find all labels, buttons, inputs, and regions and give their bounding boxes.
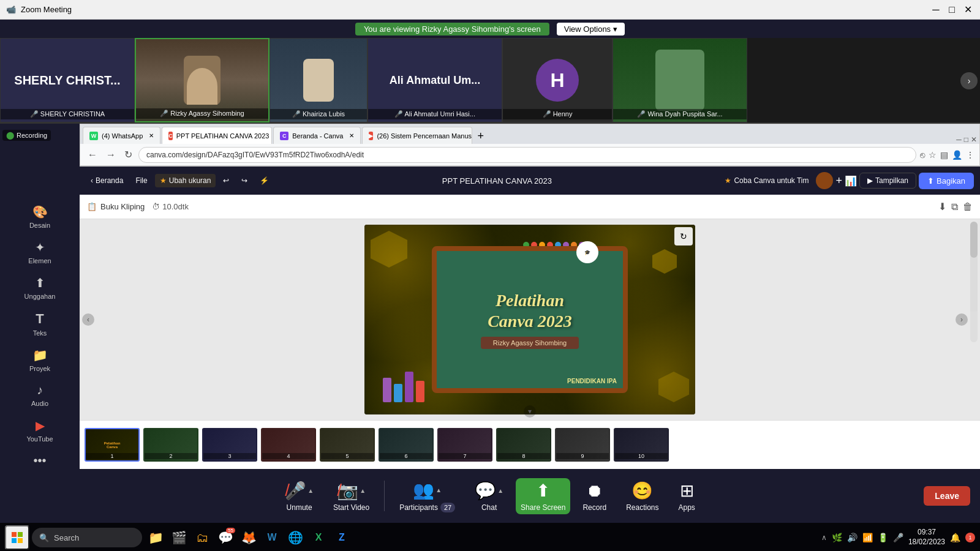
- view-options-button[interactable]: View Options ▾: [557, 23, 625, 36]
- redo-button[interactable]: ↪: [236, 174, 252, 187]
- taskbar-chrome[interactable]: 🌐: [284, 527, 306, 549]
- tab-sistem-pencernaan[interactable]: ▶ (26) Sistem Pencernaan Manusia... ✕: [362, 127, 472, 144]
- sidebar-item-more[interactable]: •••: [0, 449, 80, 469]
- participant-tile-wina[interactable]: 🎤 Wina Dyah Puspita Sar...: [612, 38, 747, 122]
- video-caret[interactable]: ▲: [360, 487, 366, 494]
- slide-thumb-9[interactable]: 9: [555, 428, 610, 462]
- unmute-caret[interactable]: ▲: [307, 487, 314, 494]
- tab-whatsapp[interactable]: W (4) WhatsApp ✕: [83, 127, 160, 144]
- taskbar-whatsapp[interactable]: 💬 55: [214, 527, 236, 549]
- taskbar-file-manager[interactable]: 🗂: [191, 527, 213, 549]
- new-tab-button[interactable]: +: [473, 130, 488, 143]
- tab-canva-ppt[interactable]: C PPT PELATIHAN CANVA 2023 -... ✕: [162, 127, 272, 144]
- expand-button[interactable]: ▾: [524, 405, 536, 418]
- slide-next-button[interactable]: ›: [956, 313, 968, 326]
- profile-button[interactable]: 👤: [952, 150, 962, 160]
- windows-search-box[interactable]: 🔍 Search: [32, 528, 142, 547]
- tampilkan-button[interactable]: ▶ Tampilkan: [859, 173, 916, 189]
- tray-icon-2: 🔊: [847, 533, 858, 542]
- taskbar-excel[interactable]: X: [307, 527, 330, 549]
- maximize-button[interactable]: □: [946, 4, 958, 16]
- notification-button[interactable]: 🔔: [950, 533, 960, 542]
- download-button[interactable]: ⬇: [938, 201, 946, 212]
- taskbar-record[interactable]: ⏺ Record: [575, 477, 614, 515]
- slide-thumb-8[interactable]: 8: [496, 428, 551, 462]
- browser-maximize-button[interactable]: □: [964, 135, 968, 144]
- close-button[interactable]: ✕: [962, 4, 974, 16]
- address-bar[interactable]: canva.com/design/DAFazq3gIT0/EwV93Tm5fRD…: [138, 147, 916, 163]
- taskbar-word[interactable]: W: [261, 527, 283, 549]
- unmute-group: 🎤 / ▲: [285, 481, 314, 501]
- refresh-button[interactable]: ↻: [122, 148, 135, 162]
- taskbar-file-explorer[interactable]: 📁: [145, 527, 167, 549]
- minimize-button[interactable]: ─: [930, 4, 942, 16]
- buku-kliping-button[interactable]: 📋 Buku Kliping: [87, 202, 145, 211]
- slide-thumb-5[interactable]: 5: [320, 428, 375, 462]
- coba-canva-button[interactable]: ★ Coba Canva untuk Tim: [720, 174, 813, 187]
- participant-tile-rizky[interactable]: 🎤 Rizky Agassy Sihombing: [135, 38, 270, 122]
- slide-thumb-2[interactable]: 2: [143, 428, 198, 462]
- copy-button[interactable]: ⧉: [951, 201, 958, 212]
- slide-thumb-4[interactable]: 4: [261, 428, 316, 462]
- elemen-label: Elemen: [28, 257, 51, 264]
- slide-thumb-1[interactable]: PelatihanCanva 1: [85, 428, 140, 462]
- taskbar-share-screen[interactable]: ⬆ Share Screen: [516, 478, 570, 514]
- slide-prev-button[interactable]: ‹: [82, 313, 94, 326]
- taskbar-apps[interactable]: ⊞ Apps: [671, 477, 703, 515]
- browser-minimize-button[interactable]: ─: [956, 135, 962, 144]
- more-button[interactable]: ⋮: [966, 150, 974, 160]
- analytics-icon[interactable]: 📊: [845, 175, 857, 187]
- beranda-button[interactable]: ‹ Beranda: [86, 174, 128, 187]
- slide-thumbnail-strip: PelatihanCanva 1 2 3 4 5 6 7: [80, 420, 980, 469]
- tab-beranda-canva[interactable]: C Beranda - Canva ✕: [273, 127, 361, 144]
- taskbar-chat[interactable]: 💬 ▲ Chat: [467, 477, 511, 515]
- participant-tile-ali[interactable]: Ali Ahmatul Um... 🎤 Ali Ahmatul Umri Has…: [368, 38, 502, 122]
- participant-tile-sherly[interactable]: SHERLY CHRIST... 🎤 SHERLY CHRISTINA: [0, 38, 135, 122]
- participants-caret[interactable]: ▲: [435, 487, 442, 493]
- taskbar-zoom[interactable]: Z: [331, 527, 353, 549]
- windows-start-button[interactable]: [5, 525, 29, 550]
- tab-whatsapp-close[interactable]: ✕: [149, 132, 154, 139]
- sidebar-item-desain[interactable]: 🎨 Desain: [0, 200, 80, 234]
- back-button[interactable]: ←: [85, 148, 100, 162]
- undo-button[interactable]: ↩: [218, 174, 234, 187]
- leave-button[interactable]: Leave: [924, 486, 970, 506]
- browser-close-button[interactable]: ✕: [971, 135, 977, 144]
- add-collaborator-button[interactable]: +: [835, 174, 842, 187]
- slide-container[interactable]: 🎓 Pelatihan Canva 2023 Rizky Agassy Siho…: [364, 225, 695, 414]
- magic-button[interactable]: ⚡: [255, 174, 274, 187]
- sidebar-item-audio[interactable]: ♪ Audio: [0, 378, 80, 412]
- taskbar-participants[interactable]: 👥 ▲ Participants 27: [392, 476, 462, 516]
- slide-thumb-10[interactable]: 10: [614, 428, 669, 462]
- taskbar-unmute[interactable]: 🎤 / ▲ Unmute: [277, 477, 321, 515]
- slide-thumb-3[interactable]: 3: [202, 428, 257, 462]
- slide-thumb-7[interactable]: 7: [437, 428, 492, 462]
- taskbar-start-video[interactable]: 📷 / ▲ Start Video: [326, 477, 377, 515]
- sidebar-item-proyek[interactable]: 📁 Proyek: [0, 343, 80, 377]
- participant-tile-henny[interactable]: H 🎤 Henny: [502, 38, 612, 122]
- sidebar-item-elemen[interactable]: ✦ Elemen: [0, 235, 80, 269]
- bagikan-button[interactable]: ⬆ Bagikan: [919, 173, 974, 189]
- chat-caret[interactable]: ▲: [497, 487, 503, 494]
- slide-presenter: Rizky Agassy Sihombing: [481, 337, 579, 349]
- slide-thumb-6[interactable]: 6: [379, 428, 434, 462]
- ubah-ukuran-button[interactable]: ★ Ubah ukuran: [155, 174, 216, 187]
- participant-next-button[interactable]: ›: [960, 72, 978, 89]
- slide-refresh-button[interactable]: ↻: [674, 227, 693, 246]
- sidebar-item-youtube[interactable]: ▶ YouTube: [0, 413, 80, 448]
- tray-expand[interactable]: ∧: [821, 533, 827, 542]
- participant-tile-khairiza[interactable]: 🎤 Khairiza Lubis: [270, 38, 368, 122]
- bookmark-button[interactable]: ☆: [929, 150, 937, 160]
- thumb-9-num: 9: [556, 453, 609, 459]
- taskbar-media-player[interactable]: 🎬: [168, 527, 190, 549]
- share-page-button[interactable]: ⎋: [920, 150, 925, 160]
- taskbar-reactions[interactable]: 😊 Reactions: [619, 477, 666, 515]
- file-button[interactable]: File: [130, 174, 152, 187]
- forward-button[interactable]: →: [104, 148, 118, 162]
- tab-beranda-canva-close[interactable]: ✕: [349, 132, 354, 139]
- delete-button[interactable]: 🗑: [963, 201, 973, 212]
- sidebar-item-unggahan[interactable]: ⬆ Unggahan: [0, 271, 80, 305]
- taskbar-firefox[interactable]: 🦊: [238, 527, 260, 549]
- split-view-button[interactable]: ▤: [940, 150, 948, 160]
- sidebar-item-teks[interactable]: T Teks: [0, 306, 80, 342]
